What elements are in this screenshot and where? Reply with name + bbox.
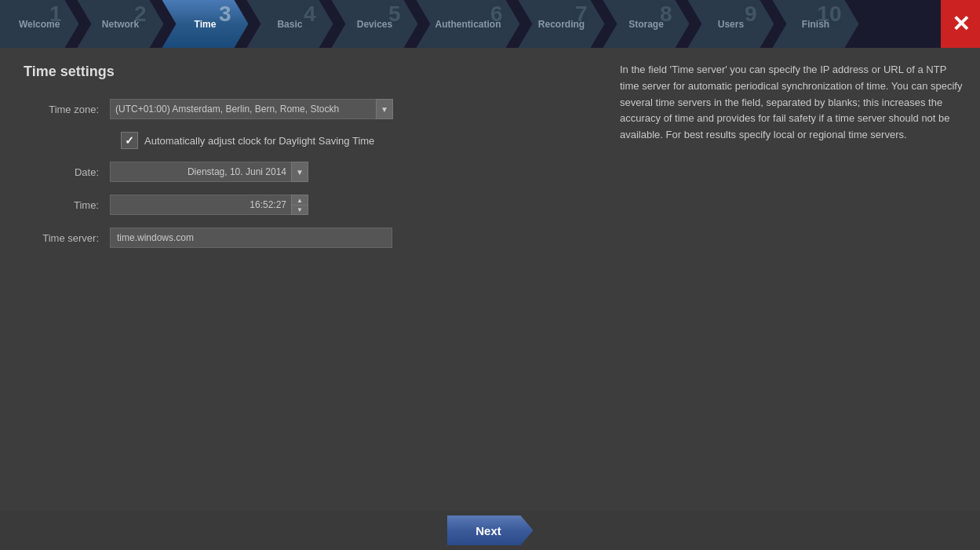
left-panel: Time settings Time zone: (UTC+01:00) Ams… [0,48,604,550]
page-title: Time settings [24,64,581,80]
nav-item-storage[interactable]: 8 Storage [603,0,689,48]
nav-item-finish[interactable]: 10 Finish [772,0,858,48]
nav-item-devices[interactable]: 5 Devices [331,0,417,48]
time-row: Time: ▲ ▼ [24,195,581,215]
timezone-dropdown-arrow[interactable] [376,99,393,119]
dst-row: ✓ Automatically adjust clock for Dayligh… [121,132,581,149]
right-panel: In the field 'Time server' you can speci… [604,48,980,550]
nav-item-time[interactable]: 3 Time [162,0,248,48]
checkmark-icon: ✓ [125,134,134,147]
nav-item-recording[interactable]: 7 Recording [518,0,604,48]
help-text: In the field 'Time server' you can speci… [620,62,964,144]
timezone-select[interactable]: (UTC+01:00) Amsterdam, Berlin, Bern, Rom… [110,99,377,119]
bottom-bar: Next [0,511,980,550]
timezone-row: Time zone: (UTC+01:00) Amsterdam, Berlin… [24,99,581,119]
nav-item-users[interactable]: 9 Users [687,0,774,48]
time-spin-up[interactable]: ▲ [291,195,308,205]
dst-checkbox[interactable]: ✓ [121,132,138,149]
time-input[interactable] [110,195,292,215]
timeserver-label: Time server: [24,232,110,244]
date-dropdown-arrow[interactable] [291,162,308,182]
dst-label: Automatically adjust clock for Daylight … [144,135,374,147]
time-wrapper: ▲ ▼ [110,195,308,215]
timeserver-row: Time server: [24,228,581,248]
nav-item-network[interactable]: 2 Network [77,0,163,48]
timezone-label: Time zone: [24,104,110,115]
time-spin-down[interactable]: ▼ [291,205,308,215]
close-button[interactable]: ✕ [941,0,980,48]
close-icon: ✕ [952,13,970,35]
nav-item-authentication[interactable]: 6 Authentication [416,0,519,48]
date-wrapper [110,162,308,182]
top-navigation: 1 Welcome 2 Network 3 Time 4 Basic 5 Dev… [0,0,980,48]
time-label: Time: [24,199,110,211]
nav-item-welcome[interactable]: 1 Welcome [0,0,78,48]
time-spinners: ▲ ▼ [291,195,308,215]
nav-item-basic[interactable]: 4 Basic [246,0,333,48]
date-input[interactable] [110,162,292,182]
timezone-select-wrapper: (UTC+01:00) Amsterdam, Berlin, Bern, Rom… [110,99,393,119]
timeserver-input[interactable] [110,228,392,248]
date-row: Date: [24,162,581,182]
next-button[interactable]: Next [447,515,534,545]
main-content: Time settings Time zone: (UTC+01:00) Ams… [0,48,980,550]
date-label: Date: [24,166,110,178]
